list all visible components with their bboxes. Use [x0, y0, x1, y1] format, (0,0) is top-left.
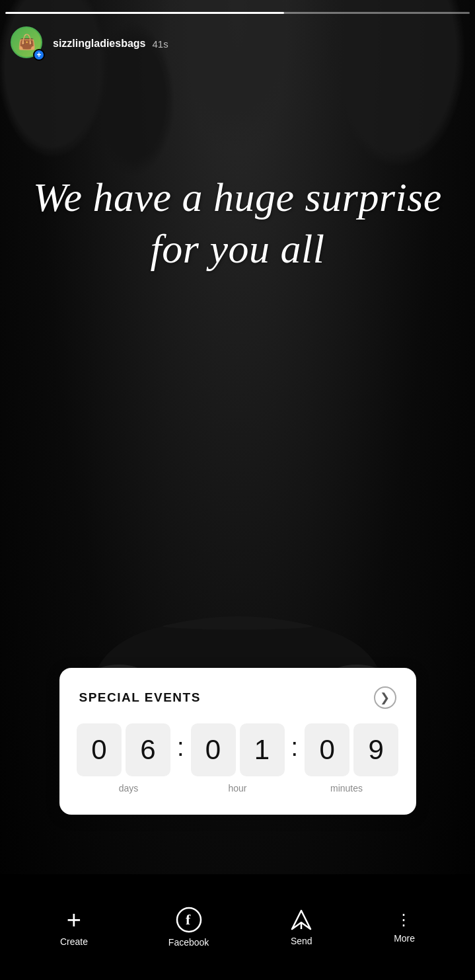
- countdown-labels: days hour minutes: [79, 783, 396, 794]
- arrow-icon: ❯: [380, 690, 390, 705]
- avatar-icon: 👜: [18, 34, 36, 51]
- header-info: sizzlingladiesbags 41s: [53, 38, 168, 50]
- story-text-area: We have a huge surprise for you all: [0, 172, 475, 274]
- label-hour: hour: [191, 783, 285, 794]
- plus-badge: +: [33, 49, 45, 61]
- plus-icon: +: [67, 907, 81, 932]
- progress-bar-container: [5, 12, 470, 14]
- hour-digit-1: 0: [191, 723, 236, 776]
- avatar-wrapper[interactable]: 👜 +: [11, 26, 45, 61]
- more-icon: ⋮: [396, 911, 413, 929]
- send-label: Send: [291, 936, 312, 946]
- progress-bar: [5, 12, 470, 14]
- more-dots-icon: ⋮: [396, 911, 413, 929]
- card-header: SPECIAL EVENTS ❯: [79, 686, 396, 709]
- events-card[interactable]: SPECIAL EVENTS ❯ 0 6 : 0 1 : 0 9: [59, 668, 416, 815]
- nav-more[interactable]: ⋮ More: [394, 911, 415, 944]
- story-main-text: We have a huge surprise for you all: [20, 172, 455, 274]
- minutes-digit-1: 0: [305, 723, 349, 776]
- timestamp: 41s: [152, 38, 168, 50]
- more-label: More: [394, 933, 415, 944]
- send-icon: [289, 908, 313, 932]
- nav-send[interactable]: Send: [289, 908, 313, 946]
- nav-facebook[interactable]: f Facebook: [168, 907, 209, 948]
- story-header: 👜 + sizzlingladiesbags 41s: [0, 20, 475, 67]
- nav-create[interactable]: + Create: [60, 907, 88, 947]
- story-container: 👜 + sizzlingladiesbags 41s We have a hug…: [0, 0, 475, 980]
- minutes-digit-2: 9: [353, 723, 398, 776]
- card-title: SPECIAL EVENTS: [79, 690, 201, 705]
- bottom-nav: + Create f Facebook Send: [0, 874, 475, 980]
- card-arrow-button[interactable]: ❯: [374, 686, 396, 709]
- svg-text:f: f: [186, 911, 191, 928]
- create-icon: +: [67, 907, 81, 932]
- days-digit-1: 0: [77, 723, 122, 776]
- days-digit-2: 6: [126, 723, 170, 776]
- days-digits: 0 6: [77, 723, 170, 776]
- colon-1: :: [177, 733, 184, 767]
- facebook-icon: f: [176, 907, 202, 933]
- minutes-digits: 0 9: [305, 723, 398, 776]
- hour-digit-2: 1: [240, 723, 285, 776]
- colon-2: :: [291, 733, 299, 767]
- facebook-label: Facebook: [168, 937, 209, 948]
- countdown-row: 0 6 : 0 1 : 0 9: [79, 723, 396, 776]
- create-label: Create: [60, 936, 88, 947]
- label-minutes: minutes: [300, 783, 394, 794]
- hours-digits: 0 1: [191, 723, 285, 776]
- label-days: days: [82, 783, 176, 794]
- progress-bar-fill: [5, 12, 284, 14]
- username[interactable]: sizzlingladiesbags: [53, 38, 145, 50]
